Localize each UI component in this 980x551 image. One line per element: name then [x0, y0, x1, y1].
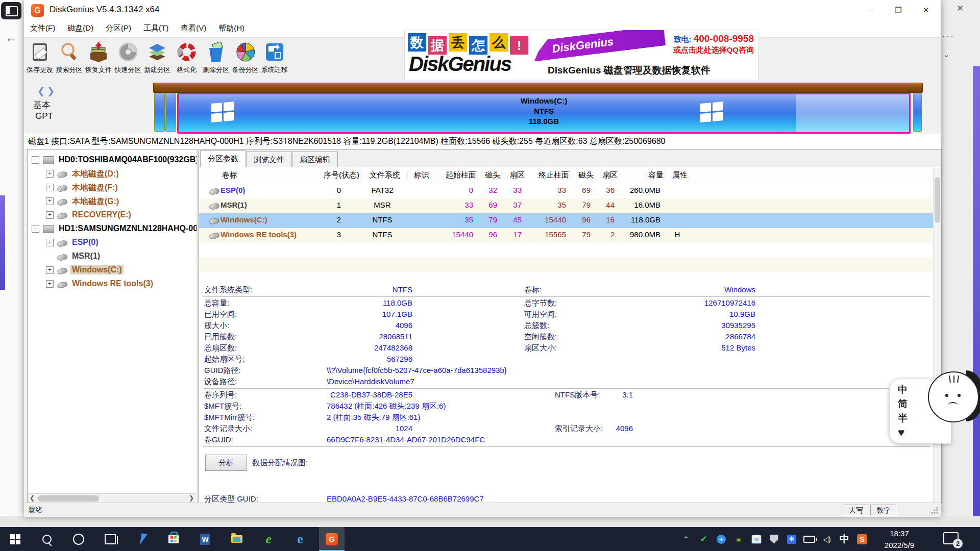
column-header[interactable]: 卷标: [220, 170, 319, 180]
close-button[interactable]: ✕: [914, 0, 938, 20]
column-header[interactable]: 终止柱面: [526, 170, 569, 180]
menu-item[interactable]: 查看(V): [175, 20, 212, 37]
tab-3[interactable]: 扇区编辑: [292, 152, 338, 167]
banner-qq-link[interactable]: 或点击此处选择QQ咨询: [673, 45, 754, 55]
tree-item--g-[interactable]: +本地磁盘(G:): [28, 196, 196, 208]
toolbar-button-9[interactable]: 系统迁移: [260, 40, 289, 78]
tray-tray-expand-icon[interactable]: ⌃: [678, 527, 694, 551]
toolbar-button-3[interactable]: 恢复文件: [84, 40, 113, 78]
taskbar-app-ie[interactable]: e: [256, 527, 281, 551]
taskbar-clock[interactable]: 18:37 2022/5/9: [874, 527, 925, 551]
scrollbar-thumb[interactable]: [38, 495, 99, 502]
background-close-icon[interactable]: ✕: [957, 3, 964, 14]
tray-snowflake-app-icon[interactable]: ✻: [783, 527, 800, 551]
tray-intel-icon[interactable]: in: [748, 527, 765, 551]
collapse-icon[interactable]: -: [32, 225, 39, 233]
column-header[interactable]: 序号(状态): [321, 170, 360, 180]
column-header[interactable]: 起始柱面: [435, 170, 476, 180]
tree-horizontal-scrollbar[interactable]: ❮ ❯: [28, 493, 196, 503]
minimize-button[interactable]: –: [859, 0, 883, 20]
scroll-right-icon[interactable]: ❯: [189, 494, 194, 502]
tray-battery-icon[interactable]: [801, 527, 818, 551]
toolbar-button-8[interactable]: 备份分区: [231, 40, 260, 78]
tray-sogou-icon[interactable]: S: [854, 527, 870, 551]
partition-bar-esp[interactable]: [154, 93, 165, 132]
expand-icon[interactable]: +: [46, 184, 54, 191]
menu-item[interactable]: 磁盘(D): [61, 20, 100, 37]
tree-item-windows-re-tools-3-[interactable]: +Windows RE tools(3): [28, 279, 196, 291]
tab-2[interactable]: 浏览文件: [246, 152, 292, 167]
ime-mode-halfwidth[interactable]: 半: [898, 412, 908, 425]
column-header[interactable]: 容量: [619, 170, 664, 180]
toolbar-button-1[interactable]: 保存更改: [25, 40, 55, 78]
panel-vertical-scrollbar[interactable]: [933, 168, 941, 503]
expand-icon[interactable]: +: [46, 197, 54, 205]
expand-icon[interactable]: +: [46, 280, 54, 288]
more-options-icon[interactable]: ···: [942, 31, 954, 41]
toolbar-button-6[interactable]: 格式化: [172, 40, 202, 78]
toolbar-button-2[interactable]: 搜索分区: [55, 40, 84, 78]
tab-1[interactable]: 分区参数: [200, 151, 246, 167]
table-row-windows-re-tools-3-[interactable]: Windows RE tools(3)3NTFS1544096171556579…: [199, 228, 934, 243]
tree-item-recovery-e-[interactable]: +RECOVERY(E:): [28, 210, 196, 222]
column-header[interactable]: 属性: [665, 170, 693, 180]
tree-item-msr-1-[interactable]: MSR(1): [28, 251, 196, 263]
menu-item[interactable]: 帮助(H): [212, 20, 251, 37]
menu-item[interactable]: 工具(T): [137, 20, 175, 37]
disk-nav-arrows[interactable]: ❮❯: [37, 86, 57, 97]
ime-mode-simplified[interactable]: 简: [898, 397, 908, 411]
taskbar-app-diskgenius[interactable]: G: [319, 527, 345, 551]
maximize-button[interactable]: ❐: [887, 0, 910, 20]
scroll-left-icon[interactable]: ❮: [30, 494, 35, 502]
tray-nvidia-icon[interactable]: ◉: [731, 527, 747, 551]
ime-mode-zh[interactable]: 中: [898, 383, 908, 396]
taskbar-app-explorer[interactable]: [224, 527, 250, 551]
expand-icon[interactable]: +: [46, 239, 54, 246]
tree-item-windows-c-[interactable]: +Windows(C:): [28, 265, 196, 277]
menu-item[interactable]: 分区(P): [100, 20, 137, 37]
ad-banner[interactable]: 数据丢怎么! DiskGenius DiskGenius 致电: 400-008…: [404, 30, 758, 80]
partition-bar-windows-c[interactable]: Windows(C:) NTFS 118.0GB: [177, 93, 911, 134]
ime-floating-widget[interactable]: 中 简 半 ♥: [889, 379, 980, 443]
notification-center-icon[interactable]: 2: [943, 531, 961, 546]
partition-bar-msr[interactable]: [165, 93, 176, 132]
tray-volume-icon[interactable]: ◁): [819, 527, 835, 551]
partition-bar-re-tools[interactable]: [913, 93, 922, 132]
tray-defender-alert-icon[interactable]: [766, 527, 782, 551]
heart-icon[interactable]: ♥: [898, 426, 904, 439]
toolbar-button-4[interactable]: 快速分区: [113, 40, 143, 78]
expand-icon[interactable]: +: [46, 211, 54, 219]
analyze-button[interactable]: 分析: [205, 455, 247, 471]
expand-icon[interactable]: +: [46, 170, 54, 178]
tray-ime-zh-icon[interactable]: 中: [837, 527, 853, 551]
table-row-msr-1-[interactable]: MSR(1)1MSR33693735794416.0MB: [199, 198, 934, 213]
taskbar-app-store[interactable]: [161, 527, 186, 551]
toolbar-button-7[interactable]: 删除分区: [201, 40, 231, 78]
column-header[interactable]: 标识: [407, 170, 434, 180]
taskbar-app-edge[interactable]: e: [287, 527, 313, 551]
tree-item-hd0-toshibamq04abf100-932gb-[interactable]: -HD0:TOSHIBAMQ04ABF100(932GB): [28, 155, 196, 167]
tree-item-hd1-samsungmznln128hahq-000[interactable]: -HD1:SAMSUNGMZNLN128HAHQ-000: [28, 223, 196, 236]
tree-item-esp-0-[interactable]: +ESP(0): [28, 237, 196, 249]
tray-bird-app-icon[interactable]: ✈: [713, 527, 729, 551]
taskbar-app-word[interactable]: W: [192, 527, 218, 551]
chevron-down-icon[interactable]: ⌄: [943, 50, 950, 59]
menu-item[interactable]: 文件(F): [24, 20, 61, 37]
taskbar-app-search[interactable]: [34, 527, 60, 551]
tree-item--d-[interactable]: +本地磁盘(D:): [28, 168, 196, 181]
collapse-icon[interactable]: -: [32, 156, 39, 164]
expand-icon[interactable]: +: [46, 266, 54, 274]
tray-security-check-icon[interactable]: ✔: [696, 527, 712, 551]
doodle-face-icon[interactable]: [928, 371, 979, 422]
taskbar-app-start[interactable]: [3, 527, 28, 551]
table-row-windows-c-[interactable]: Windows(C:)2NTFS357945154409616118.0GB: [199, 213, 934, 228]
scrollbar-thumb[interactable]: [935, 177, 940, 223]
column-header[interactable]: 文件系统: [361, 170, 406, 180]
column-header[interactable]: 磁头: [477, 170, 500, 180]
table-row-esp-0-[interactable]: ESP(0)0FAT3203233336936260.0MB: [199, 184, 934, 198]
taskbar-app-task-view[interactable]: [97, 527, 123, 551]
column-header[interactable]: 磁头: [570, 170, 594, 180]
taskbar-app-cortana[interactable]: [66, 527, 91, 551]
column-header[interactable]: 扇区: [501, 170, 525, 180]
resize-grip[interactable]: [930, 507, 938, 514]
